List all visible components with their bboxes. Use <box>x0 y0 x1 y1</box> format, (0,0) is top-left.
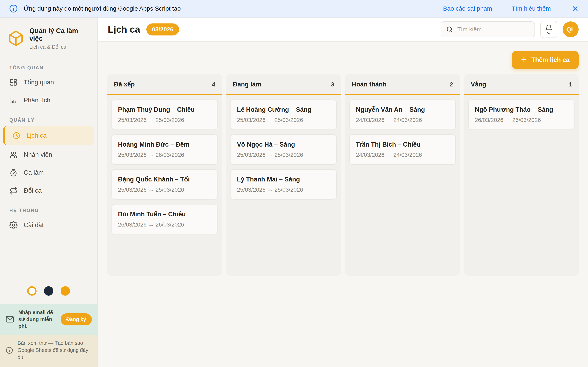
theme-dot-1[interactable] <box>27 286 36 296</box>
column-body: Lê Hoàng Cường – Sáng 25/03/2026 → 25/03… <box>226 95 341 204</box>
column-count: 1 <box>569 81 572 88</box>
shift-card[interactable]: Trần Thị Bích – Chiều 24/03/2026 → 24/03… <box>349 134 456 165</box>
shift-card[interactable]: Bùi Minh Tuấn – Chiều 26/03/2026 → 26/03… <box>112 204 218 234</box>
sidebar-nav: TỔNG QUAN Tổng quan Phân tích QUẢN LÝ Lị… <box>0 57 97 234</box>
cube-logo-icon <box>8 30 24 47</box>
shift-card[interactable]: Lý Thanh Mai – Sáng 25/03/2026 → 25/03/2… <box>231 169 337 200</box>
shift-card-dates: 25/03/2026 → 25/03/2026 <box>237 152 330 158</box>
column-body: Ngô Phương Thảo – Sáng 26/03/2026 → 26/0… <box>464 95 579 134</box>
month-badge: 03/2026 <box>146 24 179 35</box>
sidebar-item-label: Tổng quan <box>24 79 54 86</box>
sidebar-item-lich-ca[interactable]: Lịch ca <box>3 126 94 145</box>
dashboard-grid-icon <box>9 78 17 86</box>
report-abuse-link[interactable]: Báo cáo sai phạm <box>443 5 492 12</box>
add-schedule-button[interactable]: + Thêm lịch ca <box>512 51 579 69</box>
column-title: Đã xếp <box>114 81 135 88</box>
app-brand: Quản lý Ca làm việc Lịch ca & Đổi ca <box>0 17 97 57</box>
shift-card-title: Phạm Thuỳ Dung – Chiều <box>118 106 211 113</box>
shift-card-dates: 24/03/2026 → 24/03/2026 <box>356 117 449 123</box>
shift-card-title: Ngô Phương Thảo – Sáng <box>475 106 568 113</box>
add-schedule-label: Thêm lịch ca <box>531 56 570 64</box>
shift-card-title: Hoàng Minh Đức – Đêm <box>118 141 211 148</box>
signup-button[interactable]: Đăng ký <box>61 313 92 325</box>
email-banner-text: Nhập email để sử dụng miễn phí. <box>18 309 57 330</box>
shift-card-dates: 26/03/2026 → 26/03/2026 <box>118 221 211 228</box>
nav-section-label: QUẢN LÝ <box>9 117 97 123</box>
trial-note: Bản xem thử — Tạo bản sao Google Sheets … <box>0 334 97 367</box>
sidebar-item-cai-dat[interactable]: Cài đặt <box>0 216 97 234</box>
shift-card[interactable]: Hoàng Minh Đức – Đêm 25/03/2026 → 26/03/… <box>112 134 218 165</box>
sidebar: Quản lý Ca làm việc Lịch ca & Đổi ca TỔN… <box>0 17 98 367</box>
board-toolbar: + Thêm lịch ca <box>107 51 579 69</box>
shift-card[interactable]: Ngô Phương Thảo – Sáng 26/03/2026 → 26/0… <box>468 100 575 130</box>
app-subtitle: Lịch ca & Đổi ca <box>29 44 90 50</box>
theme-dots <box>0 286 97 296</box>
column-title: Hoàn thành <box>352 81 387 88</box>
column-title: Đang làm <box>233 81 261 88</box>
nav-section-label: TỔNG QUAN <box>9 65 97 71</box>
app-window: Ứng dụng này do một người dùng Google Ap… <box>0 0 588 367</box>
app-title: Quản lý Ca làm việc <box>29 27 90 42</box>
shift-card-dates: 25/03/2026 → 25/03/2026 <box>237 117 330 123</box>
swap-icon <box>9 187 17 195</box>
shift-card-dates: 26/03/2026 → 26/03/2026 <box>475 117 568 123</box>
theme-dot-3[interactable] <box>61 286 70 296</box>
notifications-button[interactable] <box>540 21 557 38</box>
column-header: Đã xếp 4 <box>107 74 222 95</box>
search-box[interactable] <box>441 21 535 37</box>
shift-card-dates: 25/03/2026 → 25/03/2026 <box>118 117 211 123</box>
shift-card-dates: 25/03/2026 → 25/03/2026 <box>237 187 330 193</box>
apps-script-banner: Ứng dụng này do một người dùng Google Ap… <box>0 0 588 17</box>
column-count: 4 <box>212 81 215 88</box>
envelope-icon <box>5 315 14 324</box>
shift-card-title: Lý Thanh Mai – Sáng <box>237 176 330 183</box>
shift-card-title: Nguyễn Văn An – Sáng <box>356 106 449 113</box>
shift-card-title: Võ Ngọc Hà – Sáng <box>237 141 330 148</box>
gear-icon <box>9 221 17 229</box>
board-column-hoan-thanh: Hoàn thành 2 Nguyễn Văn An – Sáng 24/03/… <box>345 74 460 276</box>
sidebar-item-label: Phân tích <box>24 97 51 104</box>
shift-card-title: Lê Hoàng Cường – Sáng <box>237 106 330 113</box>
shift-card[interactable]: Lê Hoàng Cường – Sáng 25/03/2026 → 25/03… <box>231 100 337 130</box>
column-count: 3 <box>331 81 334 88</box>
banner-close-icon[interactable] <box>571 5 579 12</box>
info-icon <box>9 4 18 13</box>
avatar[interactable]: QL <box>563 21 579 37</box>
sidebar-item-doi-ca[interactable]: Đổi ca <box>0 182 97 200</box>
column-title: Vắng <box>471 81 486 88</box>
column-body: Nguyễn Văn An – Sáng 24/03/2026 → 24/03/… <box>345 95 460 169</box>
column-header: Hoàn thành 2 <box>345 74 460 95</box>
board-page: + Thêm lịch ca Đã xếp 4 Phạm Thuỳ Dung –… <box>98 42 588 367</box>
shift-card-title: Trần Thị Bích – Chiều <box>356 141 449 148</box>
shift-card[interactable]: Đặng Quốc Khánh – Tối 25/03/2026 → 25/03… <box>112 169 218 200</box>
shift-card-dates: 24/03/2026 → 24/03/2026 <box>356 152 449 158</box>
theme-dot-2[interactable] <box>44 286 53 296</box>
learn-more-link[interactable]: Tìm hiểu thêm <box>512 5 551 12</box>
sidebar-item-label: Cài đặt <box>24 221 44 229</box>
search-input[interactable] <box>457 26 530 33</box>
sidebar-item-phan-tich[interactable]: Phân tích <box>0 91 97 109</box>
shift-card[interactable]: Võ Ngọc Hà – Sáng 25/03/2026 → 25/03/202… <box>231 134 337 165</box>
sidebar-item-ca-lam[interactable]: Ca làm <box>0 164 97 182</box>
sidebar-item-nhan-vien[interactable]: Nhân viên <box>0 146 97 164</box>
page-title: Lịch ca <box>108 24 140 35</box>
sidebar-item-tong-quan[interactable]: Tổng quan <box>0 73 97 91</box>
app-shell: Quản lý Ca làm việc Lịch ca & Đổi ca TỔN… <box>0 17 588 367</box>
bell-icon <box>545 24 553 32</box>
kanban-board: Đã xếp 4 Phạm Thuỳ Dung – Chiều 25/03/20… <box>107 74 579 276</box>
header-actions: QL <box>441 21 579 38</box>
shift-card-dates: 25/03/2026 → 26/03/2026 <box>118 152 211 158</box>
shift-card-dates: 25/03/2026 → 25/03/2026 <box>118 187 211 193</box>
board-column-da-xep: Đã xếp 4 Phạm Thuỳ Dung – Chiều 25/03/20… <box>107 74 222 276</box>
board-column-vang: Vắng 1 Ngô Phương Thảo – Sáng 26/03/2026… <box>464 74 579 276</box>
clock-icon <box>12 132 20 140</box>
shift-card[interactable]: Phạm Thuỳ Dung – Chiều 25/03/2026 → 25/0… <box>112 100 218 130</box>
board-column-dang-lam: Đang làm 3 Lê Hoàng Cường – Sáng 25/03/2… <box>226 74 341 276</box>
sidebar-item-label: Ca làm <box>24 169 44 176</box>
nav-section-label: HỆ THỐNG <box>9 208 97 213</box>
sidebar-item-label: Lịch ca <box>26 132 47 139</box>
search-icon <box>446 26 453 33</box>
shift-card[interactable]: Nguyễn Văn An – Sáng 24/03/2026 → 24/03/… <box>349 100 456 130</box>
column-count: 2 <box>450 81 453 88</box>
column-header: Vắng 1 <box>464 74 579 95</box>
